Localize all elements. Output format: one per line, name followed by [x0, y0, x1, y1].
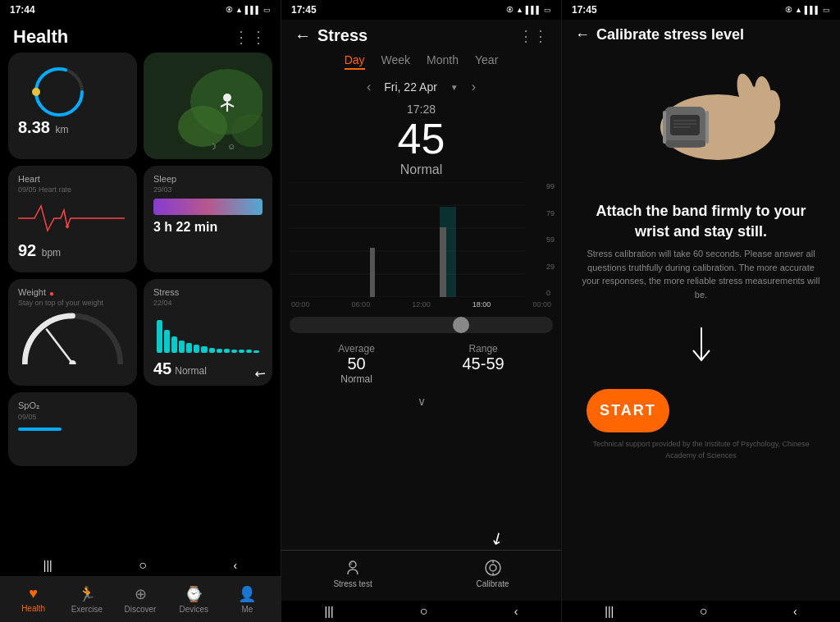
cards-grid: 8.38 km ☽ ☺ Heart 09/ — [0, 53, 281, 466]
wifi-icon-2: ▲ — [516, 6, 523, 14]
tab-month[interactable]: Month — [427, 53, 459, 70]
nav-health[interactable]: ♥ Health — [7, 585, 60, 613]
heart-title: Heart — [18, 174, 127, 184]
nav-recent-system-3[interactable]: ‹ — [793, 605, 797, 618]
sleep-card[interactable]: Sleep 29/03 3 h 22 min — [144, 166, 272, 272]
devices-nav-label: Devices — [179, 605, 208, 614]
calibrate-nav[interactable]: Calibrate — [477, 558, 509, 588]
nav-devices[interactable]: ⌚ Devices — [167, 585, 221, 614]
calibrate-title: Calibrate stress level — [596, 26, 744, 43]
stress-bar-13 — [246, 350, 252, 353]
map-visual: ☽ ☺ — [153, 61, 262, 151]
svg-point-12 — [66, 225, 69, 228]
bluetooth-icon-2: ⦿ — [506, 6, 514, 14]
stress-reading: 17:28 45 Normal — [281, 98, 561, 182]
y-label-79: 79 — [546, 209, 555, 217]
nav-exercise[interactable]: 🏃 Exercise — [60, 585, 113, 614]
stress-bar-8 — [209, 348, 215, 353]
tab-week[interactable]: Week — [381, 53, 411, 70]
signal-icon-2: ▌▌▌ — [526, 6, 541, 14]
spo2-subtitle: 09/05 — [18, 413, 127, 421]
health-nav-icon: ♥ — [29, 585, 38, 602]
stress-card[interactable]: Stress 22/04 45 Normal — [144, 279, 272, 386]
nav-home-system-2[interactable]: ○ — [420, 604, 428, 619]
nav-recent-system-1[interactable]: ‹ — [234, 559, 238, 572]
stress-test-nav[interactable]: ≈ Stress test — [333, 558, 372, 588]
range-value: 45-59 — [462, 354, 504, 373]
calibrate-sub-text: Stress calibration will take 60 seconds.… — [562, 247, 840, 301]
wifi-icon-3: ▲ — [795, 6, 802, 14]
nav-back-system-3[interactable]: ||| — [605, 605, 614, 618]
heart-value: 92 — [18, 241, 36, 259]
sleep-title: Sleep — [153, 174, 262, 184]
health-menu-icon[interactable]: ⋮⋮ — [233, 27, 267, 47]
range-stat: Range 45-59 — [462, 343, 504, 385]
next-date-arrow[interactable]: › — [472, 80, 476, 94]
tab-day[interactable]: Day — [345, 53, 365, 70]
svg-rect-22 — [440, 227, 446, 297]
prev-date-arrow[interactable]: ‹ — [367, 80, 371, 94]
nav-back-system-2[interactable]: ||| — [325, 605, 334, 618]
tab-year[interactable]: Year — [475, 53, 498, 70]
stress-value: 45 — [153, 359, 171, 378]
svg-line-13 — [47, 330, 73, 364]
nav-home-system-3[interactable]: ○ — [700, 604, 708, 619]
start-calibration-button[interactable]: START — [587, 389, 669, 432]
nav-recent-system-2[interactable]: ‹ — [514, 605, 518, 618]
stress-number: 45 — [281, 116, 561, 162]
stress-bar-6 — [194, 345, 199, 353]
health-header: Health ⋮⋮ — [0, 20, 281, 53]
activity-card[interactable]: 8.38 km — [8, 53, 137, 159]
svg-point-2 — [32, 88, 40, 96]
calibrate-back-title: ← Calibrate stress level — [575, 26, 744, 43]
time-0000b: 00:00 — [532, 300, 551, 309]
wrist-illustration — [562, 62, 840, 185]
devices-nav-icon: ⌚ — [185, 585, 203, 603]
stress-bar-12 — [239, 350, 244, 353]
status-time-1: 17:44 — [10, 4, 35, 16]
arrow-down-svg — [685, 326, 718, 367]
stress-label: Normal — [175, 365, 207, 377]
stress-bar-2 — [164, 330, 170, 353]
nav-back-system-1[interactable]: ||| — [43, 559, 52, 572]
time-1800: 18:00 — [472, 300, 491, 309]
svg-rect-43 — [666, 140, 705, 147]
stress-bar-7 — [201, 346, 207, 353]
map-card[interactable]: ☽ ☺ — [144, 53, 272, 159]
exercise-nav-label: Exercise — [71, 605, 103, 614]
nav-home-system-1[interactable]: ○ — [139, 558, 147, 573]
calibrate-arrow-annotation: ↙ — [486, 526, 508, 550]
timeline-scrubber[interactable] — [290, 317, 553, 333]
svg-rect-39 — [670, 115, 700, 135]
battery-icon: ▭ — [263, 6, 271, 14]
wifi-icon: ▲ — [235, 6, 243, 14]
stress-panel: 17:45 ⦿ ▲ ▌▌▌ ▭ ← Stress ⋮⋮ Day Week Mon… — [281, 0, 561, 622]
weight-title: Weight — [18, 287, 46, 297]
stress-menu-icon[interactable]: ⋮⋮ — [518, 27, 548, 45]
sleep-subtitle: 29/03 — [153, 185, 262, 194]
heart-card[interactable]: Heart 09/05 Heart rate 92 bpm — [8, 166, 137, 272]
stress-bar-11 — [231, 350, 237, 353]
weight-gauge — [18, 307, 127, 364]
stress-test-label: Stress test — [333, 579, 372, 588]
heart-subtitle: 09/05 Heart rate — [18, 185, 127, 194]
scroll-down-arrow — [562, 326, 840, 373]
spo2-card[interactable]: SpO₂ 09/05 — [8, 392, 137, 466]
date-dropdown-icon[interactable]: ▼ — [450, 83, 459, 92]
stress-subtitle: 22/04 — [153, 299, 262, 307]
heart-unit: bpm — [42, 247, 61, 258]
nav-discover[interactable]: ⊕ Discover — [113, 585, 167, 614]
activity-chart — [18, 61, 127, 122]
back-arrow-2[interactable]: ← — [294, 26, 311, 45]
me-nav-label: Me — [241, 605, 253, 614]
back-arrow-3[interactable]: ← — [575, 26, 590, 43]
y-label-59: 59 — [546, 236, 555, 244]
nav-me[interactable]: 👤 Me — [221, 585, 274, 614]
sleep-bar — [153, 199, 262, 215]
calibrate-label: Calibrate — [477, 579, 509, 588]
svg-rect-37 — [663, 111, 666, 144]
time-x-axis: 00:00 06:00 12:00 18:00 00:00 — [288, 300, 555, 309]
weight-card[interactable]: Weight ● Stay on top of your weight — [8, 279, 137, 386]
expand-icon[interactable]: ∨ — [281, 395, 561, 408]
scrubber-thumb[interactable] — [453, 317, 469, 333]
